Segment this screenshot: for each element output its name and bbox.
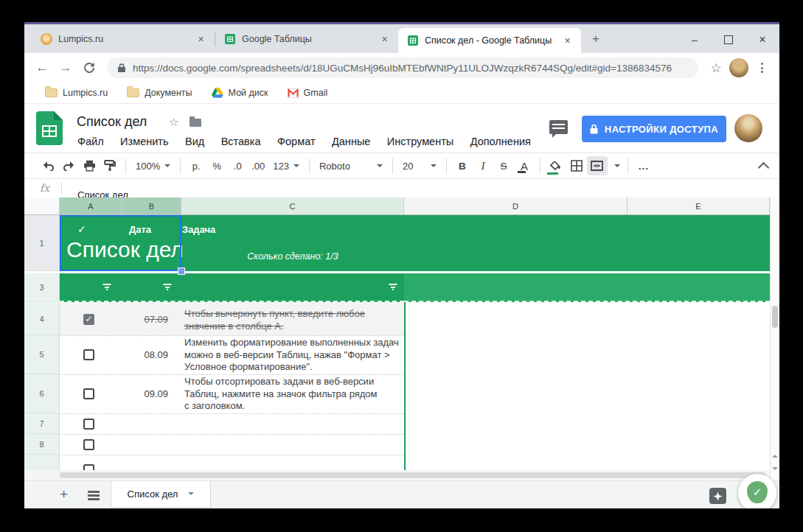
row-header-6[interactable]: 6 — [24, 374, 60, 413]
header-row-band[interactable] — [60, 273, 404, 302]
more-toolbar-button[interactable]: ... — [633, 156, 654, 175]
progress-note-cell[interactable]: Сколько сделано: 1/3 — [181, 251, 404, 262]
menu-edit[interactable]: Изменить — [114, 133, 175, 150]
vertical-scrollbar-thumb[interactable] — [772, 306, 778, 328]
bold-button[interactable]: B — [452, 156, 473, 175]
forward-button[interactable]: → — [55, 57, 76, 78]
strikethrough-button[interactable]: S — [493, 156, 514, 175]
font-size-select[interactable]: 20 — [398, 156, 441, 175]
document-title[interactable]: Список дел — [77, 114, 147, 130]
filter-icon[interactable] — [163, 284, 171, 291]
minimize-button[interactable]: – — [678, 27, 712, 53]
percent-format-button[interactable]: % — [206, 156, 227, 175]
row-header-4[interactable]: 4 — [24, 303, 60, 335]
tab-lumpics[interactable]: Lumpics.ru × — [32, 24, 215, 53]
borders-button[interactable] — [566, 156, 587, 175]
spreadsheet-grid[interactable]: 1 3 4 5 6 7 8 Список дел Сколько сделано… — [24, 215, 770, 470]
currency-format-button[interactable]: р. — [186, 156, 206, 175]
print-icon[interactable] — [79, 156, 100, 175]
menu-format[interactable]: Формат — [271, 133, 322, 150]
move-to-folder-icon[interactable] — [190, 119, 201, 127]
share-settings-button[interactable]: НАСТРОЙКИ ДОСТУПА — [582, 116, 726, 142]
back-button[interactable]: ← — [32, 57, 52, 78]
column-header-b[interactable]: B — [122, 197, 181, 215]
task-cell[interactable]: Чтобы отсортировать задачи в веб-версии … — [184, 376, 404, 413]
row-header-3[interactable]: 3 — [24, 273, 60, 302]
reload-button[interactable] — [79, 57, 100, 78]
fill-color-button[interactable] — [546, 156, 566, 175]
task-checkbox[interactable] — [83, 388, 94, 399]
merge-cells-button[interactable] — [587, 156, 608, 175]
menu-view[interactable]: Вид — [178, 133, 211, 150]
row-header-1[interactable]: 1 — [24, 215, 60, 271]
task-cell[interactable]: Чтобы вычеркнуть пункт, введите любое зн… — [184, 308, 404, 332]
row-header-8[interactable]: 8 — [24, 434, 60, 455]
task-checkbox[interactable] — [83, 349, 94, 360]
filter-icon[interactable] — [102, 284, 111, 291]
text-color-button[interactable]: A — [514, 156, 535, 175]
menu-data[interactable]: Данные — [325, 133, 377, 150]
row-header-5[interactable]: 5 — [24, 335, 60, 374]
formula-bar[interactable]: fx Список дел — [24, 179, 779, 197]
explore-button[interactable] — [709, 488, 726, 504]
browser-menu-icon[interactable] — [751, 63, 772, 73]
bookmark-star-icon[interactable]: ☆ — [706, 60, 726, 76]
account-avatar[interactable] — [734, 114, 762, 142]
scroll-up-icon[interactable] — [772, 452, 778, 458]
all-sheets-menu-icon[interactable] — [88, 491, 100, 493]
scroll-down-icon[interactable] — [772, 467, 778, 473]
tab-spisok-del-active[interactable]: Список дел - Google Таблицы × — [398, 28, 581, 53]
date-cell[interactable]: 08.09 — [122, 349, 168, 360]
selection-fill-handle[interactable] — [178, 267, 185, 275]
number-format-select[interactable]: 123 — [268, 156, 304, 175]
tab-google-sheets-home[interactable]: Google Таблицы × — [215, 24, 398, 53]
maximize-button[interactable] — [712, 27, 745, 53]
undo-icon[interactable] — [38, 156, 58, 175]
menu-insert[interactable]: Вставка — [215, 133, 268, 150]
task-checkbox[interactable] — [83, 419, 94, 430]
bookmark-lumpics[interactable]: Lumpics.ru — [45, 88, 108, 98]
close-tab-icon[interactable]: × — [195, 32, 207, 45]
close-window-button[interactable]: × — [745, 27, 779, 53]
column-header-e[interactable]: E — [628, 197, 770, 215]
select-all-corner[interactable] — [24, 197, 60, 215]
task-checkbox-checked[interactable] — [83, 314, 94, 325]
filter-icon[interactable] — [389, 284, 397, 291]
bookmark-gmail[interactable]: Gmail — [288, 88, 328, 98]
task-checkbox[interactable] — [83, 464, 94, 470]
close-tab-icon[interactable]: × — [561, 35, 574, 47]
decrease-decimal-button[interactable]: .0 — [227, 156, 248, 175]
adguard-assistant-button[interactable]: ✓ — [738, 474, 776, 508]
bookmark-my-drive[interactable]: Мой диск — [212, 88, 268, 98]
row-header-9[interactable] — [24, 455, 60, 470]
bookmark-documents[interactable]: Документы — [127, 88, 192, 98]
header-row-band-right[interactable] — [404, 273, 770, 302]
italic-button[interactable]: I — [473, 156, 493, 175]
date-cell[interactable]: 07.09 — [122, 314, 168, 325]
star-document-icon[interactable]: ☆ — [169, 116, 178, 129]
column-header-c[interactable]: C — [181, 197, 404, 215]
redo-icon[interactable] — [58, 156, 79, 175]
profile-avatar[interactable] — [729, 58, 748, 77]
add-sheet-button[interactable]: + — [60, 486, 68, 503]
increase-decimal-button[interactable]: .00 — [248, 156, 268, 175]
column-header-d[interactable]: D — [404, 197, 628, 215]
row-header-7[interactable]: 7 — [24, 413, 60, 434]
column-header-a[interactable]: A — [60, 197, 122, 215]
horizontal-scrollbar[interactable] — [24, 470, 770, 480]
new-tab-button[interactable]: + — [585, 29, 606, 49]
merge-options-select[interactable] — [608, 156, 622, 175]
menu-file[interactable]: Файл — [71, 133, 111, 150]
zoom-select[interactable]: 100% — [131, 156, 175, 175]
collapse-toolbar-icon[interactable] — [758, 162, 770, 174]
close-tab-icon[interactable]: × — [378, 32, 391, 45]
menu-tools[interactable]: Инструменты — [380, 133, 460, 150]
date-cell[interactable]: 09.09 — [122, 388, 168, 399]
sheet-tab-active[interactable]: Список дел — [111, 481, 211, 508]
address-bar[interactable]: https://docs.google.com/spreadsheets/d/1… — [107, 57, 698, 78]
paint-format-icon[interactable] — [100, 156, 120, 175]
comments-icon[interactable] — [549, 120, 568, 134]
menu-addons[interactable]: Дополнения — [464, 133, 532, 150]
vertical-scrollbar[interactable] — [770, 197, 779, 480]
task-cell[interactable]: Изменить форматирование выполненных зада… — [184, 337, 404, 374]
